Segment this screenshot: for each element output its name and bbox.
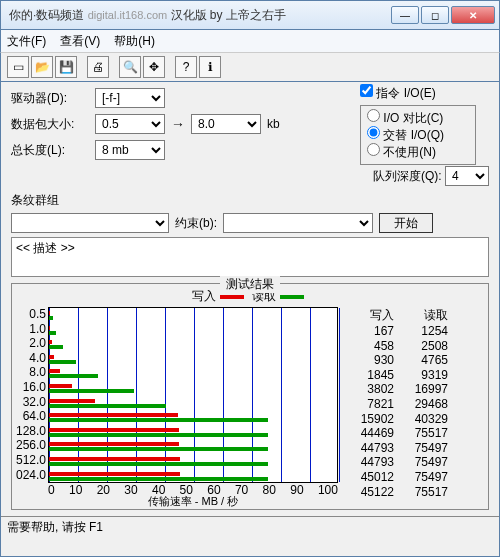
data-row: 4479375497	[346, 455, 454, 470]
data-row: 4501275497	[346, 470, 454, 485]
data-row: 9304765	[346, 353, 454, 368]
io-mode-group: I/O 对比(C) 交替 I/O(Q) 不使用(N)	[360, 105, 476, 165]
data-row: 1671254	[346, 324, 454, 339]
col-read-header: 读取	[400, 307, 454, 324]
cmd-io-checkbox[interactable]: 指令 I/O(E)	[360, 86, 436, 100]
io-alt-radio[interactable]: 交替 I/O(Q)	[367, 126, 469, 143]
io-disable-radio[interactable]: 不使用(N)	[367, 143, 469, 160]
col-write-header: 写入	[346, 307, 400, 324]
constraint-label: 约束(b):	[175, 215, 217, 232]
minimize-button[interactable]: —	[391, 6, 419, 24]
data-row: 18459319	[346, 368, 454, 383]
kb-label: kb	[267, 117, 280, 131]
results-title: 测试结果	[220, 276, 280, 293]
menu-view[interactable]: 查看(V)	[60, 33, 100, 50]
close-button[interactable]: ✕	[451, 6, 495, 24]
save-icon[interactable]: 💾	[55, 56, 77, 78]
description-box[interactable]: << 描述 >>	[11, 237, 489, 277]
stripe-label: 条纹群组	[11, 192, 59, 209]
new-icon[interactable]: ▭	[7, 56, 29, 78]
arrow-icon: →	[171, 116, 185, 132]
status-bar: 需要帮助, 请按 F1	[1, 516, 499, 536]
data-row: 4582508	[346, 339, 454, 354]
preview-icon[interactable]: 🔍	[119, 56, 141, 78]
qdepth-select[interactable]: 4	[445, 166, 489, 186]
move-icon[interactable]: ✥	[143, 56, 165, 78]
data-row: 4446975517	[346, 426, 454, 441]
qdepth-label: 队列深度(Q):	[373, 169, 442, 183]
drive-label: 驱动器(D):	[11, 90, 89, 107]
data-row: 380216997	[346, 382, 454, 397]
io-compare-radio[interactable]: I/O 对比(C)	[367, 109, 469, 126]
data-row: 4512275517	[346, 485, 454, 500]
menu-help[interactable]: 帮助(H)	[114, 33, 155, 50]
data-row: 1590240329	[346, 412, 454, 427]
open-icon[interactable]: 📂	[31, 56, 53, 78]
stripe-select[interactable]	[11, 213, 169, 233]
total-label: 总长度(L):	[11, 142, 89, 159]
data-row: 782129468	[346, 397, 454, 412]
window-title: 你的·数码频道 digital.it168.com 汉化版 by 上帝之右手	[5, 7, 391, 24]
help-icon[interactable]: ?	[175, 56, 197, 78]
constraint-select[interactable]	[223, 213, 373, 233]
chart: 0.51.02.04.08.016.032.064.0128.0256.0512…	[16, 307, 346, 507]
maximize-button[interactable]: ◻	[421, 6, 449, 24]
drive-select[interactable]: [-f-]	[95, 88, 165, 108]
block-from-select[interactable]: 0.5	[95, 114, 165, 134]
print-icon[interactable]: 🖨	[87, 56, 109, 78]
total-select[interactable]: 8 mb	[95, 140, 165, 160]
data-row: 4479375497	[346, 441, 454, 456]
start-button[interactable]: 开始	[379, 213, 433, 233]
menu-file[interactable]: 文件(F)	[7, 33, 46, 50]
about-icon[interactable]: ℹ	[199, 56, 221, 78]
block-to-select[interactable]: 8.0	[191, 114, 261, 134]
block-label: 数据包大小:	[11, 116, 89, 133]
